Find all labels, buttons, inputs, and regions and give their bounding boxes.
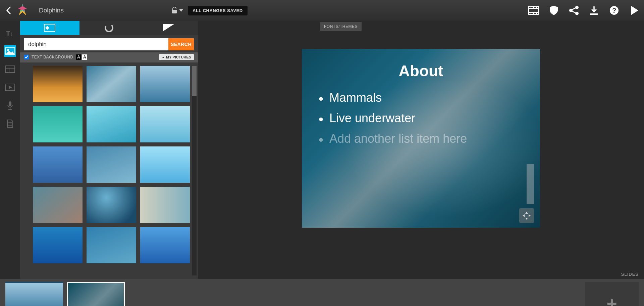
svg-marker-41 — [45, 26, 49, 30]
search-input[interactable] — [24, 38, 168, 50]
svg-marker-23 — [631, 6, 638, 15]
svg-rect-20 — [590, 13, 598, 15]
image-result[interactable] — [140, 106, 190, 142]
download-icon[interactable] — [588, 5, 600, 16]
slide-thumb-2[interactable] — [67, 282, 125, 306]
add-slide-button[interactable]: + — [585, 282, 639, 306]
shield-icon[interactable] — [548, 5, 559, 16]
image-result[interactable] — [87, 106, 136, 142]
svg-rect-4 — [172, 10, 177, 13]
image-result[interactable] — [33, 66, 83, 102]
text-dark-option[interactable]: A — [76, 54, 81, 60]
svg-rect-34 — [9, 101, 11, 106]
slide-title[interactable]: About — [319, 62, 523, 80]
svg-text:T: T — [6, 30, 10, 37]
left-tool-rail: Tt — [0, 21, 20, 279]
svg-marker-33 — [9, 86, 12, 89]
svg-text:?: ? — [612, 7, 616, 14]
privacy-toggle[interactable] — [171, 6, 183, 14]
panel-tabs — [20, 21, 198, 35]
image-tool[interactable] — [4, 45, 16, 57]
results-scrollbar[interactable] — [192, 66, 197, 275]
svg-point-27 — [7, 49, 9, 51]
slides-filmstrip: Dolphins Really nice animals underwater … — [0, 279, 644, 306]
text-background-checkbox[interactable] — [24, 55, 29, 59]
media-panel: SEARCH TEXT BACKGROUND A A ▲ MY PICTURES — [20, 21, 198, 279]
svg-line-18 — [572, 8, 576, 10]
share-icon[interactable] — [568, 5, 580, 16]
svg-line-19 — [572, 11, 576, 13]
top-bar: Dolphins ALL CHANGES SAVED ? — [0, 0, 644, 21]
bullet-item[interactable]: Live underwater — [319, 108, 523, 128]
svg-marker-5 — [179, 9, 183, 12]
svg-marker-3 — [18, 6, 27, 10]
app-logo[interactable] — [15, 3, 30, 18]
svg-marker-46 — [525, 218, 528, 220]
image-result[interactable] — [140, 187, 190, 223]
svg-rect-29 — [5, 66, 15, 73]
image-result[interactable] — [87, 187, 136, 223]
audio-tool[interactable] — [4, 99, 16, 112]
video-tool[interactable] — [4, 81, 16, 93]
image-result[interactable] — [140, 227, 190, 263]
slide-bullet-list[interactable]: Mammals Live underwater Add another list… — [319, 87, 523, 149]
play-icon[interactable] — [629, 5, 640, 16]
project-title[interactable]: Dolphins — [39, 7, 64, 14]
slide-thumb-1[interactable]: Dolphins Really nice animals underwater — [5, 282, 63, 306]
my-pictures-label: MY PICTURES — [166, 55, 191, 59]
text-light-option[interactable]: A — [82, 54, 87, 60]
image-result[interactable] — [140, 66, 190, 102]
image-result[interactable] — [33, 187, 83, 223]
options-row: TEXT BACKGROUND A A ▲ MY PICTURES — [20, 52, 198, 62]
image-result[interactable] — [33, 146, 83, 183]
image-result[interactable] — [33, 106, 83, 142]
image-result[interactable] — [87, 66, 136, 102]
tab-images[interactable] — [20, 21, 79, 35]
back-button[interactable] — [4, 4, 14, 17]
tab-charts[interactable] — [79, 21, 139, 35]
svg-point-42 — [105, 24, 113, 32]
main-area: Tt — [0, 21, 644, 279]
slides-label: SLIDES — [621, 272, 639, 277]
top-right-toolbar: ? — [528, 5, 640, 16]
text-contrast-toggle[interactable]: A A — [76, 54, 87, 60]
svg-marker-28 — [6, 51, 14, 54]
save-status: ALL CHANGES SAVED — [188, 6, 248, 15]
help-icon[interactable]: ? — [608, 5, 620, 16]
credit-bar[interactable] — [527, 164, 534, 204]
tab-background[interactable] — [139, 21, 198, 35]
image-results — [20, 62, 198, 279]
document-tool[interactable] — [4, 118, 16, 130]
image-result[interactable] — [87, 227, 136, 263]
svg-marker-48 — [529, 214, 531, 217]
text-tool[interactable]: Tt — [4, 27, 16, 39]
my-pictures-button[interactable]: ▲ MY PICTURES — [159, 54, 194, 60]
fonts-themes-button[interactable]: FONTS/THEMES — [320, 22, 362, 31]
image-result[interactable] — [87, 146, 136, 183]
svg-marker-45 — [525, 212, 528, 214]
image-result[interactable] — [33, 227, 83, 263]
search-row: SEARCH — [20, 35, 198, 52]
image-result[interactable] — [140, 146, 190, 183]
scrollbar-thumb[interactable] — [192, 66, 197, 96]
move-handle[interactable] — [519, 208, 534, 223]
plus-icon: + — [606, 293, 617, 306]
canvas-area: FONTS/THEMES About Mammals Live underwat… — [198, 21, 644, 279]
svg-text:t: t — [11, 31, 12, 37]
bullet-item[interactable]: Mammals — [319, 87, 523, 108]
slide-canvas[interactable]: About Mammals Live underwater Add anothe… — [302, 49, 540, 228]
search-button[interactable]: SEARCH — [168, 38, 194, 50]
layout-tool[interactable] — [4, 63, 16, 75]
bullet-placeholder[interactable]: Add another list item here — [319, 128, 523, 149]
text-background-label: TEXT BACKGROUND — [32, 55, 73, 59]
film-icon[interactable] — [528, 5, 539, 16]
svg-marker-47 — [523, 214, 525, 217]
